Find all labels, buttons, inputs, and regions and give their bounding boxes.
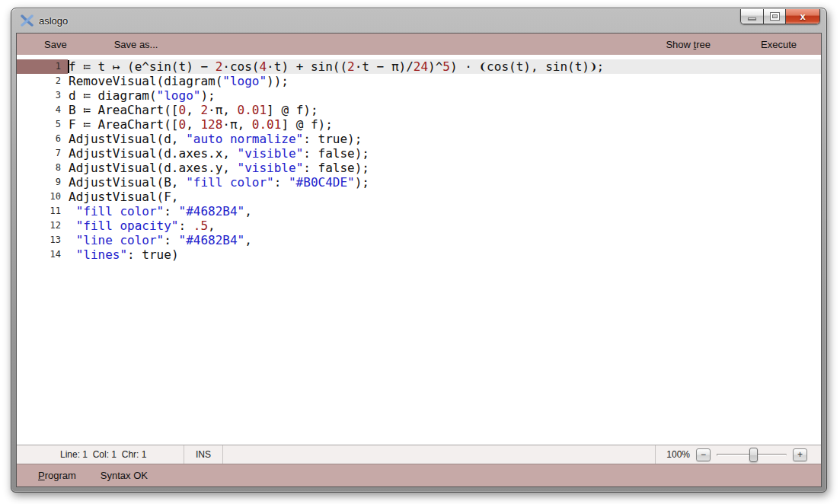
line-number: 3 [17, 88, 68, 103]
client-area: Save Save as... Show tree Execute 1f ≔ t… [16, 33, 822, 487]
line-number: 9 [17, 175, 68, 190]
zoom-in-button[interactable]: + [793, 448, 807, 461]
maximize-button[interactable] [763, 9, 785, 24]
statusbar-divider [222, 445, 223, 464]
plus-icon: + [797, 449, 803, 460]
line-number: 11 [17, 204, 68, 219]
code-line[interactable]: 7AdjustVisual(d.axes.x, "visible": false… [17, 146, 821, 161]
tab-program[interactable]: Program [26, 464, 88, 486]
toolbar: Save Save as... Show tree Execute [17, 33, 821, 55]
window-controls: x [740, 9, 820, 24]
show-tree-button[interactable]: Show tree [652, 33, 724, 55]
zoom-slider[interactable] [717, 448, 787, 462]
line-number: 2 [17, 74, 68, 88]
titlebar[interactable]: aslogo x [11, 8, 826, 33]
code-line[interactable]: 9AdjustVisual(B, "fill color": "#B0C4DE"… [17, 175, 821, 190]
code-line[interactable]: 5F ≔ AreaChart([0, 128·π, 0.01] @ f); [17, 117, 821, 132]
line-number: 12 [17, 219, 68, 233]
code-line[interactable]: 14 "lines": true) [17, 247, 821, 262]
maximize-icon [771, 13, 779, 20]
line-number: 10 [17, 190, 68, 204]
line-number: 13 [17, 233, 68, 247]
execute-button[interactable]: Execute [747, 33, 810, 55]
line-number: 6 [17, 132, 68, 146]
code-line[interactable]: 13 "line color": "#4682B4", [17, 233, 821, 247]
code-lines: 1f ≔ t ↦ (e^sin(t) − 2·cos(4·t) + sin((2… [17, 59, 821, 262]
code-line[interactable]: 2RemoveVisual(diagram("logo")); [17, 74, 821, 88]
line-number: 5 [17, 117, 68, 132]
zoom-out-button[interactable]: − [696, 448, 711, 461]
save-as-button[interactable]: Save as... [101, 33, 172, 55]
minimize-button[interactable] [741, 9, 763, 24]
code-editor[interactable]: 1f ≔ t ↦ (e^sin(t) − 2·cos(4·t) + sin((2… [17, 55, 821, 445]
syntax-status-label: Syntax OK [88, 464, 160, 486]
minimize-icon [748, 18, 756, 20]
code-line[interactable]: 12 "fill opacity": .5, [17, 219, 821, 233]
line-number: 7 [17, 146, 68, 161]
code-line[interactable]: 3d ≔ diagram("logo"); [17, 88, 821, 103]
line-number: 1 [17, 59, 68, 74]
code-line[interactable]: 4B ≔ AreaChart([0, 2·π, 0.01] @ f); [17, 103, 821, 117]
close-icon: x [786, 11, 819, 22]
caret-position-label: Line: 1 Col: 1 Chr: 1 [17, 449, 184, 460]
save-button[interactable]: Save [30, 33, 81, 55]
code-line[interactable]: 11 "fill color": "#4682B4", [17, 204, 821, 219]
algosim-logo-icon[interactable] [21, 14, 34, 27]
close-button[interactable]: x [785, 9, 819, 24]
insert-mode-label: INS [184, 449, 222, 460]
code-line[interactable]: 10AdjustVisual(F, [17, 190, 821, 204]
zoom-controls: 100% − + [656, 448, 821, 462]
minus-icon: − [701, 449, 706, 460]
code-line[interactable]: 1f ≔ t ↦ (e^sin(t) − 2·cos(4·t) + sin((2… [17, 59, 821, 74]
status-bar: Line: 1 Col: 1 Chr: 1 INS 100% − + [17, 445, 821, 464]
line-number: 8 [17, 161, 68, 175]
line-number: 4 [17, 103, 68, 117]
code-line[interactable]: 6AdjustVisual(d, "auto normalize": true)… [17, 132, 821, 146]
app-window: aslogo x Save Save as... Show tree Execu… [11, 8, 827, 493]
text-caret [68, 60, 69, 73]
zoom-level-label: 100% [666, 449, 690, 460]
bottom-bar: Program Syntax OK [17, 464, 821, 486]
line-number: 14 [17, 247, 68, 262]
code-line[interactable]: 8AdjustVisual(d.axes.y, "visible": false… [17, 161, 821, 175]
zoom-slider-thumb[interactable] [749, 448, 758, 462]
window-title: aslogo [39, 15, 68, 27]
